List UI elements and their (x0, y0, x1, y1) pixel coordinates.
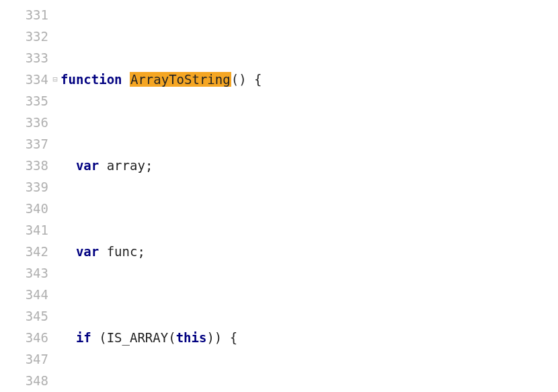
line-number: 342 (0, 241, 48, 262)
code-editor: 331 332 333 334 335 336 337 338 339 340 … (0, 0, 558, 392)
keyword-var: var (76, 244, 99, 259)
code-line[interactable]: if (IS_ARRAY(this)) { (61, 327, 558, 348)
line-number: 333 (0, 47, 48, 69)
identifier: func (107, 244, 138, 259)
line-number: 340 (0, 198, 48, 219)
line-number: 345 (0, 305, 48, 327)
line-number: 339 (0, 176, 48, 198)
line-number: 346 (0, 327, 48, 348)
keyword-this: this (176, 330, 207, 345)
line-number: 347 (0, 348, 48, 370)
line-number: 334 (0, 69, 48, 90)
line-number: 338 (0, 155, 48, 176)
line-number: 341 (0, 219, 48, 241)
line-number: 343 (0, 262, 48, 284)
highlighted-function-name: ArrayToString (130, 72, 231, 87)
punct: ( (91, 330, 107, 345)
line-number: 336 (0, 112, 48, 133)
line-number-gutter: 331 332 333 334 335 336 337 338 339 340 … (0, 0, 61, 392)
punct: () { (231, 72, 262, 87)
punct: ( (168, 330, 175, 345)
fold-marker-icon[interactable]: ⊟ (51, 69, 59, 90)
line-number: 337 (0, 133, 48, 155)
space (99, 158, 106, 173)
line-number: 348 (0, 370, 48, 391)
code-line[interactable]: ⊟function ArrayToString() { (61, 69, 558, 90)
keyword-if: if (76, 330, 91, 345)
keyword-function: function (61, 72, 122, 87)
line-number: 344 (0, 284, 48, 305)
line-number: 332 (0, 26, 48, 47)
code-line[interactable]: var array; (61, 155, 558, 176)
punct: ; (145, 158, 153, 173)
identifier: array (107, 158, 145, 173)
line-number: 335 (0, 90, 48, 112)
code-line[interactable]: var func; (61, 241, 558, 262)
keyword-var: var (76, 158, 99, 173)
punct: )) { (206, 330, 237, 345)
identifier: IS_ARRAY (107, 330, 169, 345)
punct: ; (137, 244, 145, 259)
line-number: 331 (0, 4, 48, 26)
code-area[interactable]: ⊟function ArrayToString() { var array; v… (61, 0, 558, 392)
space (122, 72, 130, 87)
space (99, 244, 106, 259)
